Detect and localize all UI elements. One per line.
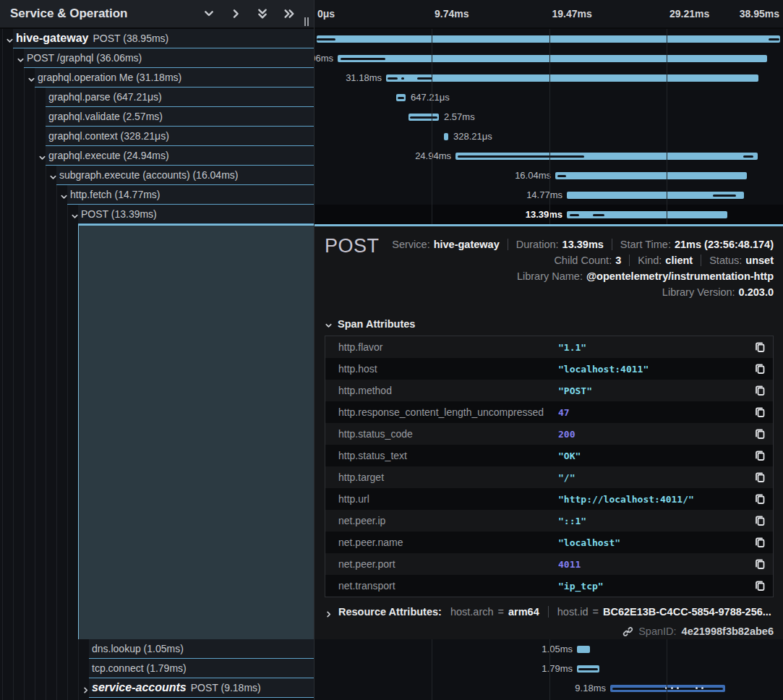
chevron-down-icon <box>325 320 333 328</box>
span-row-subgraph-execute[interactable]: subgraph.execute (accounts) (16.04ms) <box>56 166 314 185</box>
span-duration-bar[interactable] <box>444 133 448 140</box>
overview-field-label: Status: <box>709 255 742 266</box>
attribute-value: "::1" <box>558 516 586 526</box>
span-id-row: SpanID: 4e21998f3b82abe6 <box>622 626 774 637</box>
span-duration-bar[interactable] <box>610 685 725 692</box>
span-duration-bar[interactable] <box>317 35 780 43</box>
attribute-value: "localhost" <box>558 537 620 548</box>
operation-label: graphql.context (328.21μs) <box>48 130 169 142</box>
tree-row: graphql.parse (647.21μs) <box>0 88 314 107</box>
overview-line: Library Version:0.203.0 <box>662 286 774 299</box>
span-row-graphql-context[interactable]: graphql.context (328.21μs) <box>46 127 314 146</box>
child-time-mark <box>410 116 437 119</box>
attribute-value: 200 <box>558 429 575 440</box>
span-id-label: SpanID: <box>638 626 676 637</box>
span-row-graphql-operation[interactable]: graphql.operation Me (31.18ms) <box>35 68 314 88</box>
span-row-post[interactable]: POST (13.39ms) <box>78 205 314 224</box>
resource-attributes-toggle[interactable]: Resource Attributes: <box>338 606 442 618</box>
span-row-http-fetch[interactable]: http.fetch (14.77ms) <box>67 185 314 205</box>
span-duration-bar[interactable] <box>386 74 758 82</box>
copy-icon[interactable] <box>754 428 766 440</box>
double-chevron-down-icon[interactable] <box>257 8 268 20</box>
span-row-tcp-connect[interactable]: tcp.connect (1.79ms) <box>89 659 314 678</box>
copy-icon[interactable] <box>754 471 766 483</box>
bar-duration-label: 13.39ms <box>526 209 562 220</box>
span-duration-bar[interactable] <box>577 665 599 673</box>
span-row-service-accounts[interactable]: service-accountsPOST (9.18ms) <box>89 678 314 698</box>
operation-label: POST (13.39ms) <box>81 208 157 220</box>
attribute-value: 47 <box>558 407 570 418</box>
overview-field-value: client <box>665 255 693 266</box>
overview-field-label: Library Version: <box>662 286 735 298</box>
span-duration-bar[interactable] <box>408 114 439 121</box>
chevron-down-icon[interactable] <box>203 8 215 20</box>
copy-icon[interactable] <box>754 558 766 570</box>
event-dot <box>671 687 673 689</box>
span-row-dns-lookup[interactable]: dns.lookup (1.05ms) <box>89 639 314 659</box>
span-duration-bar[interactable] <box>555 172 747 179</box>
event-dot <box>701 687 703 689</box>
equals-sign: = <box>592 606 598 618</box>
overview-field-label: Service: <box>392 239 429 250</box>
overview-field-value: @opentelemetry/instrumentation-http <box>586 270 774 282</box>
double-chevron-right-icon[interactable] <box>283 8 295 20</box>
operation-label: graphql.validate (2.57ms) <box>48 111 163 122</box>
span-row-graphql-validate[interactable]: graphql.validate (2.57ms) <box>46 107 314 127</box>
timeline-ruler: 0μs9.74ms19.47ms29.21ms38.95ms <box>315 0 783 29</box>
resource-attribute: host.arch=arm64 <box>450 606 539 618</box>
bar-duration-label: 36.06ms <box>314 53 333 64</box>
child-time-mark <box>388 77 398 80</box>
operation-label: graphql.execute (24.94ms) <box>48 150 169 161</box>
overview-field: Library Version:0.203.0 <box>662 286 774 298</box>
span-duration-bar[interactable] <box>396 94 406 101</box>
copy-icon[interactable] <box>754 363 766 375</box>
tree-row: http.fetch (14.77ms) <box>0 185 314 205</box>
attribute-row: http.method"POST" <box>325 380 773 401</box>
child-time-mark <box>401 77 404 80</box>
child-time-mark <box>341 58 385 60</box>
tree-row: graphql.context (328.21μs) <box>0 127 314 146</box>
span-detail-title: POST <box>325 235 380 257</box>
child-time-mark <box>557 175 566 177</box>
span-duration-bar[interactable] <box>338 55 767 62</box>
overview-field-label: Library Name: <box>517 270 583 282</box>
child-time-mark <box>398 97 404 99</box>
copy-icon[interactable] <box>754 493 766 505</box>
link-icon[interactable] <box>622 626 633 637</box>
event-dot <box>677 687 679 689</box>
span-duration-bar[interactable] <box>567 192 744 199</box>
span-duration-bar[interactable] <box>567 211 727 218</box>
span-duration-bar[interactable] <box>577 646 590 653</box>
span-duration-bar[interactable] <box>455 153 758 160</box>
span-row-graphql-execute[interactable]: graphql.execute (24.94ms) <box>46 146 314 166</box>
span-row-post[interactable]: POST /graphql (36.06ms) <box>24 48 314 68</box>
tree-row: dns.lookup (1.05ms) <box>0 639 314 659</box>
copy-icon[interactable] <box>754 580 766 592</box>
copy-icon[interactable] <box>754 515 766 526</box>
resource-attributes-row: Resource Attributes: host.arch=arm64host… <box>325 606 771 618</box>
span-row-hive-gateway[interactable]: hive-gatewayPOST (38.95ms) <box>13 29 314 48</box>
span-attributes-toggle[interactable]: Span Attributes <box>325 318 415 330</box>
bar-duration-label: 16.04ms <box>515 170 551 181</box>
overview-field-value: hive-gateway <box>434 239 500 250</box>
child-time-mark <box>769 38 779 40</box>
copy-icon[interactable] <box>754 450 766 461</box>
bar-duration-label: 1.05ms <box>542 644 573 654</box>
copy-icon[interactable] <box>754 537 766 548</box>
span-attributes-title: Span Attributes <box>338 318 415 330</box>
attribute-key: http.flavor <box>325 341 558 353</box>
bar-duration-label: 24.94ms <box>415 150 451 161</box>
attribute-value: "OK" <box>558 451 581 461</box>
span-attributes-table: http.flavor"1.1"http.host"localhost:4011… <box>325 336 774 597</box>
panel-resize-handle[interactable] <box>304 17 310 26</box>
overview-field-label: Kind: <box>638 255 662 266</box>
overview-field-label: Child Count: <box>554 255 612 266</box>
chevron-right-icon[interactable] <box>230 8 241 20</box>
copy-icon[interactable] <box>754 385 766 396</box>
copy-icon[interactable] <box>754 341 766 353</box>
attribute-row: http.status_text"OK" <box>325 445 773 466</box>
copy-icon[interactable] <box>754 406 766 418</box>
attribute-key: net.peer.port <box>325 558 558 570</box>
tree-row: POST (13.39ms) <box>0 205 314 224</box>
span-row-graphql-parse[interactable]: graphql.parse (647.21μs) <box>46 88 314 107</box>
